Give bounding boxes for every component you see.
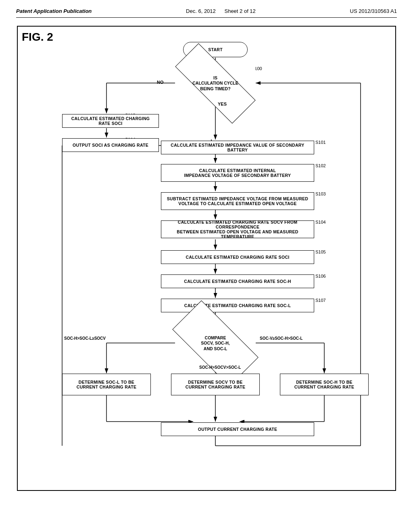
header-patent-number: US 2012/310563 A1 [350, 8, 397, 14]
s109-box: DETERMINE SOCV TO BE CURRENT CHARGING RA… [171, 374, 260, 395]
s108-mid-cond: SOC-H>SOCV>SOC-L [199, 365, 241, 370]
s108-diamond-text: COMPARE SOCV, SOC-H, AND SOC-L [201, 335, 229, 352]
s100-no-label: NO [157, 80, 164, 85]
s108-right-cond: SOC-V≥SOC-H>SOC-L [260, 336, 302, 341]
s100-diamond: IS CALCULATION CYCLE BEING TIMED? [175, 67, 256, 100]
s107-box: CALCULATE ESTIMATED CHARGING RATE SOC-L [161, 299, 314, 312]
header-publication-label: Patent Application Publication [16, 8, 92, 14]
flowchart-container: START S100 IS CALCULATION CYCLE BEING TI… [26, 35, 387, 482]
s103-box: SUBTRACT ESTIMATED IMPEDANCE VOLTAGE FRO… [161, 192, 314, 210]
flowchart-area: FIG. 2 [17, 26, 396, 491]
s100-yes-label: YES [218, 102, 227, 106]
s108-diamond: COMPARE SOCV, SOC-H, AND SOC-L [175, 323, 256, 364]
s104-label: S104 [315, 220, 326, 224]
s111-box: DETERMINE SOC-L TO BE CURRENT CHARGING R… [62, 374, 151, 395]
s110-box: DETERMINE SOC-H TO BE CURRENT CHARGING R… [280, 374, 369, 395]
s102-label: S102 [315, 163, 326, 168]
s101-label: S101 [315, 140, 326, 145]
page: Patent Application Publication Dec. 6, 2… [0, 0, 413, 532]
s112-box: OUTPUT CURRENT CHARGING RATE [161, 422, 314, 436]
s114-box: OUTPUT SOCI AS CHARGING RATE [62, 138, 159, 152]
s103-label: S103 [315, 191, 326, 196]
s105-label: S105 [315, 249, 326, 254]
s113-box: CALCULATE ESTIMATED CHARGING RATE SOCI [62, 114, 159, 128]
page-header: Patent Application Publication Dec. 6, 2… [16, 8, 397, 18]
header-date: Dec. 6, 2012 Sheet 2 of 12 [186, 8, 256, 14]
s106-box: CALCULATE ESTIMATED CHARGING RATE SOC-H [161, 274, 314, 288]
s102-box: CALCULATE ESTIMATED INTERNAL IMPEDANCE V… [161, 164, 314, 182]
s108-left-cond: SOC-H>SOC-L≥SOCV [64, 336, 106, 341]
start-label: START [208, 47, 223, 52]
s101-box: CALCULATE ESTIMATED IMPEDANCE VALUE OF S… [161, 141, 314, 154]
s107-label: S107 [315, 298, 326, 303]
s100-diamond-text: IS CALCULATION CYCLE BEING TIMED? [192, 75, 238, 92]
s106-label: S106 [315, 274, 326, 278]
s105-box: CALCULATE ESTIMATED CHARGING RATE SOCI [161, 250, 314, 264]
s104-box: CALCULATE ESTIMATED CHARGING RATE SOCV F… [161, 220, 314, 238]
